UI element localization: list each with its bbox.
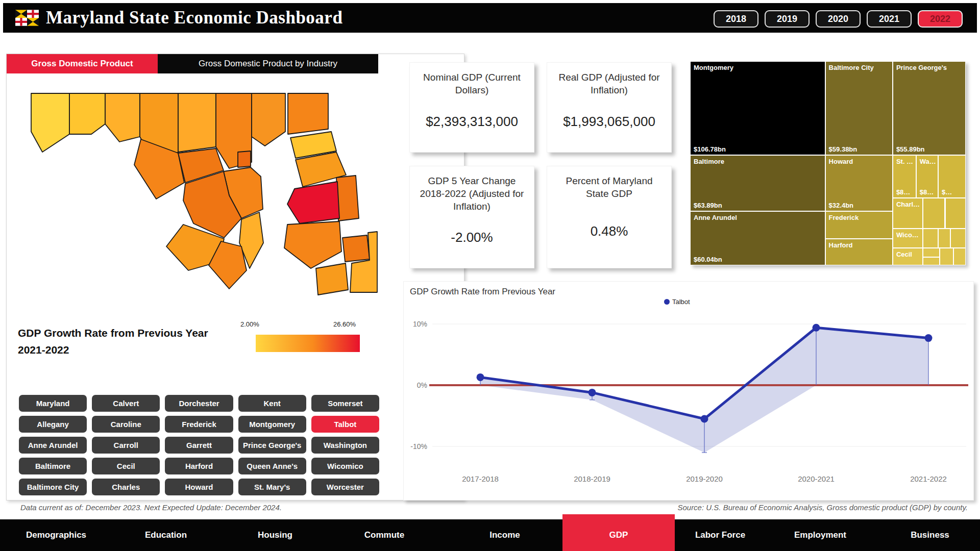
treemap-cell-baltimore[interactable]: Baltimore$63.89bn <box>690 155 825 211</box>
map-county-allegany[interactable] <box>69 93 105 134</box>
gdp-treemap: Montgomery$106.78bnBaltimore City$59.38b… <box>690 61 966 265</box>
county-button-harford[interactable]: Harford <box>165 458 233 474</box>
year-button-2020[interactable]: 2020 <box>816 10 861 28</box>
tab-gross-domestic-product[interactable]: Gross Domestic Product <box>7 54 158 73</box>
map-county-washington[interactable] <box>105 93 140 142</box>
treemap-cell-howard[interactable]: Howard$32.4bn <box>825 155 893 211</box>
map-county-wicomico[interactable] <box>342 235 370 262</box>
county-button-allegany[interactable]: Allegany <box>19 416 87 433</box>
bottom-navigation: DemographicsEducationHousingCommuteIncom… <box>0 519 980 551</box>
county-button-wicomico[interactable]: Wicomico <box>311 458 379 474</box>
treemap-cell[interactable] <box>953 248 966 265</box>
county-button-cecil[interactable]: Cecil <box>92 458 160 474</box>
nav-item-business[interactable]: Business <box>911 519 949 551</box>
county-button-caroline[interactable]: Caroline <box>92 416 160 433</box>
map-county-carroll[interactable] <box>178 93 216 152</box>
county-button-baltimore-city[interactable]: Baltimore City <box>19 479 87 495</box>
county-button-prince-george-s[interactable]: Prince George's <box>238 437 306 454</box>
treemap-cell-montgomery[interactable]: Montgomery$106.78bn <box>690 61 825 155</box>
year-button-2018[interactable]: 2018 <box>714 10 758 28</box>
treemap-cell-anne-arundel[interactable]: Anne Arundel$60.04bn <box>690 211 825 265</box>
data-point-2021-2022[interactable] <box>925 334 933 342</box>
kpi-card-percent-of-maryland-state-gdp: Percent of Maryland State GDP0.48% <box>547 166 672 269</box>
data-point-2020-2021[interactable] <box>813 324 820 332</box>
kpi-title: Nominal GDP (Current Dollars) <box>417 71 527 96</box>
treemap-cell-label: Wico… <box>896 231 919 239</box>
county-button-garrett[interactable]: Garrett <box>165 437 233 454</box>
color-gradient-legend <box>256 335 360 352</box>
map-county-cecil[interactable] <box>288 93 328 134</box>
map-county-dorchester[interactable] <box>284 221 341 268</box>
x-axis-tick-label: 2017-2018 <box>462 474 499 483</box>
map-county-somerset[interactable] <box>316 263 348 295</box>
county-button-howard[interactable]: Howard <box>165 479 233 495</box>
county-button-charles[interactable]: Charles <box>92 479 160 495</box>
county-button-st-mary-s[interactable]: St. Mary's <box>238 479 306 495</box>
county-button-frederick[interactable]: Frederick <box>165 416 233 433</box>
treemap-cell-value: $59.38bn <box>829 145 857 153</box>
county-button-somerset[interactable]: Somerset <box>311 395 379 412</box>
county-button-carroll[interactable]: Carroll <box>92 437 160 454</box>
data-point-2019-2020[interactable] <box>701 415 708 423</box>
x-axis-tick-label: 2021-2022 <box>910 474 947 483</box>
county-button-maryland[interactable]: Maryland <box>19 395 87 412</box>
nav-item-labor-force[interactable]: Labor Force <box>695 519 745 551</box>
nav-item-education[interactable]: Education <box>145 519 187 551</box>
treemap-cell-cecil[interactable]: Cecil <box>893 248 923 265</box>
kpi-card-real-gdp-adjusted-for-inflatio: Real GDP (Adjusted for Inflation)$1,993,… <box>547 62 672 153</box>
tab-gdp-by-industry[interactable]: Gross Domestic Product by Industry <box>158 54 378 73</box>
county-button-washington[interactable]: Washington <box>311 437 379 454</box>
data-point-2018-2019[interactable] <box>589 389 596 396</box>
treemap-cell-label: St. … <box>896 158 913 165</box>
nav-item-commute[interactable]: Commute <box>364 519 404 551</box>
map-county-garrett[interactable] <box>31 93 69 152</box>
county-button-dorchester[interactable]: Dorchester <box>165 395 233 412</box>
county-button-montgomery[interactable]: Montgomery <box>238 416 306 433</box>
treemap-cell-value: $60.04bn <box>694 256 722 263</box>
treemap-cell-value: $8… <box>920 188 934 196</box>
county-button-baltimore[interactable]: Baltimore <box>19 458 87 474</box>
treemap-cell[interactable] <box>950 229 966 248</box>
treemap-cell-harford[interactable]: Harford <box>825 239 893 265</box>
county-button-anne-arundel[interactable]: Anne Arundel <box>19 437 87 454</box>
map-county-talbot[interactable] <box>287 182 339 223</box>
treemap-cell[interactable] <box>940 248 953 265</box>
year-button-2019[interactable]: 2019 <box>765 10 810 28</box>
year-button-2022[interactable]: 2022 <box>918 10 963 28</box>
nav-item-employment[interactable]: Employment <box>794 519 846 551</box>
nav-item-demographics[interactable]: Demographics <box>26 519 86 551</box>
data-point-2017-2018[interactable] <box>477 373 484 381</box>
treemap-cell-baltimore-city[interactable]: Baltimore City$59.38bn <box>825 61 893 155</box>
map-county-baltimore-city[interactable] <box>238 151 251 167</box>
treemap-cell[interactable]: $… <box>938 155 966 198</box>
nav-item-income[interactable]: Income <box>489 519 520 551</box>
treemap-cell[interactable] <box>945 198 966 229</box>
treemap-cell[interactable] <box>923 248 939 257</box>
treemap-cell-charl[interactable]: Charl… <box>893 198 923 229</box>
data-currency-note: Data current as of: December 2023. Next … <box>20 503 282 512</box>
county-button-kent[interactable]: Kent <box>238 395 306 412</box>
nav-item-gdp[interactable]: GDP <box>609 519 628 551</box>
treemap-cell-label: Harford <box>829 241 853 249</box>
treemap-cell-label: Montgomery <box>694 64 733 71</box>
treemap-cell[interactable] <box>923 198 945 229</box>
treemap-cell-frederick[interactable]: Frederick <box>825 211 893 239</box>
treemap-cell[interactable] <box>923 229 938 248</box>
treemap-cell-prince-george-s[interactable]: Prince George's$55.89bn <box>893 61 966 155</box>
map-county-caroline[interactable] <box>336 176 359 221</box>
map-county-harford[interactable] <box>252 93 285 146</box>
county-button-talbot[interactable]: Talbot <box>311 416 379 433</box>
treemap-cell-wico[interactable]: Wico… <box>893 229 923 248</box>
county-button-calvert[interactable]: Calvert <box>92 395 160 412</box>
map-panel: Gross Domestic Product Gross Domestic Pr… <box>6 54 464 500</box>
nav-item-housing[interactable]: Housing <box>258 519 292 551</box>
year-button-2021[interactable]: 2021 <box>867 10 912 28</box>
county-button-worcester[interactable]: Worcester <box>311 479 379 495</box>
treemap-cell-label: Anne Arundel <box>694 214 737 221</box>
treemap-cell-st[interactable]: St. …$8… <box>893 155 916 198</box>
treemap-cell[interactable] <box>938 229 950 248</box>
county-button-queen-anne-s[interactable]: Queen Anne's <box>238 458 306 474</box>
gdp-growth-line-chart-card: GDP Growth Rate from Previous Year Talbo… <box>403 281 974 500</box>
treemap-cell[interactable] <box>923 257 939 265</box>
treemap-cell-wa[interactable]: Wa…$8… <box>916 155 938 198</box>
